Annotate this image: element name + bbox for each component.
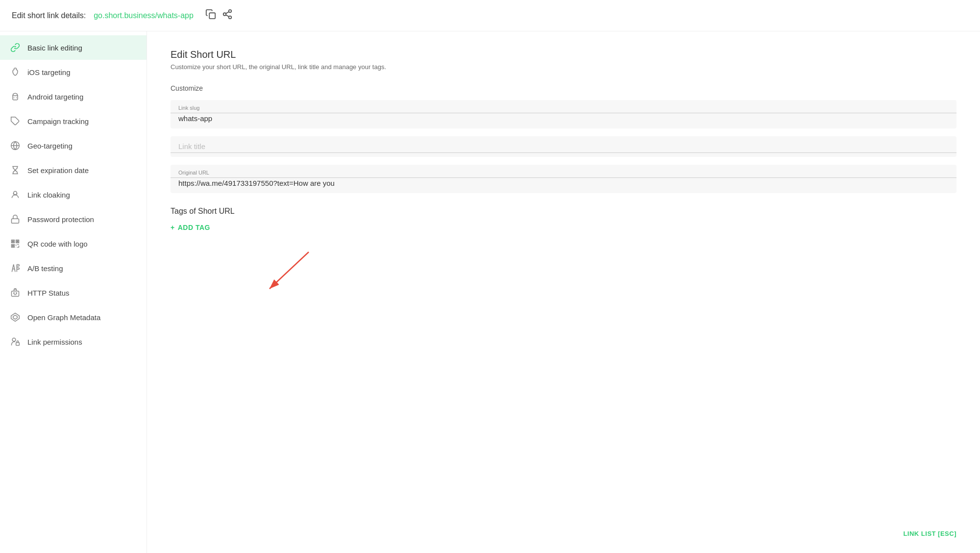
main-content: Edit Short URL Customize your short URL,…	[147, 31, 980, 553]
copy-icon[interactable]	[205, 9, 216, 22]
header-title: Edit short link details:	[12, 11, 86, 20]
link-slug-field-group: Link slug	[171, 100, 956, 128]
link-slug-label: Link slug	[178, 105, 949, 111]
sidebar-item-label: QR code with logo	[27, 240, 88, 248]
original-url-field-group: Original URL	[171, 165, 956, 193]
svg-line-6	[13, 94, 14, 95]
tags-section: Tags of Short URL + ADD TAG	[171, 207, 956, 231]
android-icon	[10, 91, 21, 102]
sidebar-item-android-targeting[interactable]: Android targeting	[0, 84, 147, 109]
sidebar-item-label: Geo-targeting	[27, 142, 73, 150]
sidebar-item-ab-testing[interactable]: A/B testing	[0, 256, 147, 280]
content-title: Edit Short URL	[171, 49, 956, 60]
svg-line-4	[226, 15, 229, 17]
sidebar-item-label: HTTP Status	[27, 289, 70, 297]
sidebar-item-link-permissions[interactable]: Link permissions	[0, 329, 147, 354]
sidebar-item-link-cloaking[interactable]: Link cloaking	[0, 182, 147, 207]
sidebar-item-open-graph-metadata[interactable]: Open Graph Metadata	[0, 305, 147, 329]
svg-rect-20	[12, 245, 14, 247]
link-title-input[interactable]	[178, 141, 949, 152]
sidebar-item-label: Campaign tracking	[27, 117, 89, 126]
sidebar-item-label: A/B testing	[27, 264, 63, 273]
svg-point-3	[229, 16, 232, 19]
add-tag-label: ADD TAG	[178, 224, 210, 231]
link-list-button[interactable]: LINK LIST [ESC]	[903, 530, 956, 537]
sidebar-item-label: Password protection	[27, 215, 94, 224]
main-layout: Basic link editing iOS targeting	[0, 31, 980, 553]
sidebar-item-password-protection[interactable]: Password protection	[0, 207, 147, 231]
plus-icon: +	[171, 224, 175, 231]
svg-line-26	[12, 265, 13, 272]
svg-point-31	[14, 293, 15, 294]
globe-icon	[10, 140, 21, 151]
svg-rect-0	[209, 13, 215, 19]
sidebar-item-basic-link-editing[interactable]: Basic link editing	[0, 35, 147, 60]
header-icons	[205, 9, 233, 22]
svg-rect-18	[12, 241, 14, 242]
person-lock-icon	[10, 336, 21, 347]
content-subtitle: Customize your short URL, the original U…	[171, 63, 956, 71]
link-slug-input[interactable]	[178, 113, 949, 125]
apple-icon	[10, 67, 21, 77]
header-url[interactable]: go.short.business/whats-app	[94, 11, 194, 20]
sidebar-item-http-status[interactable]: HTTP Status	[0, 280, 147, 305]
header: Edit short link details: go.short.busine…	[0, 0, 980, 31]
ab-test-icon	[10, 263, 21, 274]
add-tag-button[interactable]: + ADD TAG	[171, 224, 210, 231]
svg-point-2	[223, 13, 226, 16]
sidebar-item-geo-targeting[interactable]: Geo-targeting	[0, 133, 147, 158]
svg-rect-30	[12, 291, 19, 297]
sidebar-item-label: Android targeting	[27, 93, 83, 101]
sidebar-item-label: Link permissions	[27, 338, 82, 346]
arrow-annotation	[255, 247, 314, 296]
original-url-label: Original URL	[178, 170, 949, 176]
svg-line-7	[17, 94, 17, 95]
svg-marker-36	[13, 315, 17, 319]
hourglass-icon	[10, 165, 21, 176]
svg-point-32	[16, 293, 17, 294]
svg-rect-14	[12, 219, 19, 223]
svg-point-1	[229, 10, 232, 13]
svg-rect-38	[16, 343, 20, 346]
tags-title: Tags of Short URL	[171, 207, 956, 216]
sidebar: Basic link editing iOS targeting	[0, 31, 147, 553]
sidebar-item-ios-targeting[interactable]: iOS targeting	[0, 60, 147, 84]
sidebar-item-label: Link cloaking	[27, 191, 70, 199]
robot-icon	[10, 287, 21, 298]
lock-icon	[10, 214, 21, 225]
svg-marker-35	[11, 313, 20, 322]
sidebar-item-qr-code-with-logo[interactable]: QR code with logo	[0, 231, 147, 256]
svg-line-27	[14, 265, 15, 272]
sidebar-item-label: Set expiration date	[27, 166, 89, 175]
sidebar-item-label: Open Graph Metadata	[27, 313, 100, 322]
link-icon	[10, 42, 21, 53]
app-container: Edit short link details: go.short.busine…	[0, 0, 980, 553]
sidebar-item-set-expiration-date[interactable]: Set expiration date	[0, 158, 147, 182]
original-url-input[interactable]	[178, 178, 949, 189]
customize-label: Customize	[171, 84, 956, 92]
sidebar-item-campaign-tracking[interactable]: Campaign tracking	[0, 109, 147, 133]
sidebar-item-label: iOS targeting	[27, 68, 71, 76]
person-mask-icon	[10, 189, 21, 200]
sidebar-item-label: Basic link editing	[27, 44, 82, 52]
tag-icon	[10, 116, 21, 126]
svg-line-40	[270, 252, 309, 289]
link-title-field-group	[171, 136, 956, 157]
share-icon[interactable]	[222, 9, 233, 22]
qr-code-icon	[10, 238, 21, 249]
hexagon-icon	[10, 312, 21, 323]
svg-rect-19	[17, 241, 18, 242]
svg-line-5	[226, 12, 229, 14]
svg-point-37	[12, 338, 16, 342]
